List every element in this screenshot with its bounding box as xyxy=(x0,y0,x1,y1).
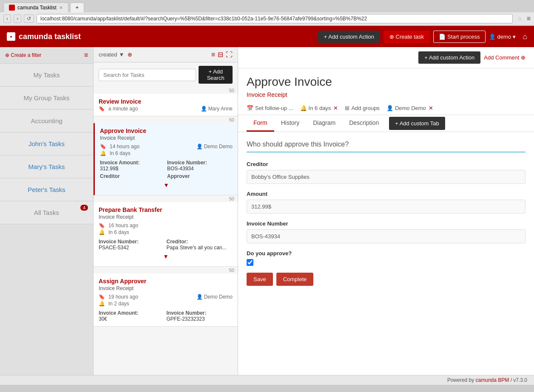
new-tab-label: + xyxy=(76,5,79,11)
task-time-bank: 16 hours ago xyxy=(108,223,138,228)
task-assignee-review-invoice: 👤 Mary Anne xyxy=(201,106,233,112)
tab-description[interactable]: Description xyxy=(342,115,386,132)
sidebar: ⊕ Create a filter ≡ My Tasks My Group Ta… xyxy=(0,47,94,375)
sidebar-item-accounting[interactable]: Accounting xyxy=(0,110,93,133)
bookmark-icon: 🔖 xyxy=(99,106,105,112)
address-bar[interactable] xyxy=(37,14,513,23)
sort-button[interactable]: created ▼ ⊕ xyxy=(99,51,132,58)
task-sub-bank-transfer: Invoice Receipt xyxy=(99,214,233,220)
form-actions: Save Complete xyxy=(247,273,525,286)
sort-add-icon[interactable]: ⊕ xyxy=(128,51,132,58)
grid-view-icon[interactable]: ⊟ xyxy=(218,51,223,59)
browser-chrome: camunda Tasklist ✕ + ‹ › ↺ ☆ ≡ xyxy=(0,0,534,26)
tab-bar: camunda Tasklist ✕ + xyxy=(0,0,534,12)
add-custom-action-detail-button[interactable]: + Add custom Action xyxy=(418,51,480,64)
browser-tab-new[interactable]: + xyxy=(70,3,84,12)
sidebar-item-all-tasks[interactable]: 4 All Tasks xyxy=(0,201,93,224)
user-menu[interactable]: 👤 demo ▾ xyxy=(489,34,516,40)
create-filter-button[interactable]: ⊕ Create a filter xyxy=(5,52,81,58)
add-custom-tab-button[interactable]: + Add custom Tab xyxy=(389,117,445,130)
follow-up-button[interactable]: 📅 Set follow-up ... xyxy=(247,105,293,111)
task-meta-approve-invoice: 🔖 14 hours ago 👤 Demo Demo xyxy=(100,144,233,149)
sidebar-item-peters-tasks[interactable]: Peter's Tasks xyxy=(0,178,93,201)
bookmark-icon-2: 🔖 xyxy=(100,144,106,149)
list-item[interactable]: Assign Approver Invoice Receipt 🔖 19 hou… xyxy=(94,274,238,327)
main-area: ⊕ Create a filter ≡ My Tasks My Group Ta… xyxy=(0,47,534,375)
task-bell-approve: 🔔 In 6 days xyxy=(100,150,233,156)
sidebar-item-marys-tasks[interactable]: Mary's Tasks xyxy=(0,155,93,178)
footer-link[interactable]: camunda BPM xyxy=(476,377,509,383)
sidebar-item-my-group-tasks[interactable]: My Group Tasks xyxy=(0,87,93,110)
home-button[interactable]: ⌂ xyxy=(523,32,527,41)
amount-input[interactable] xyxy=(247,200,525,214)
task-bell-bank: 🔔 In 6 days xyxy=(99,229,233,235)
invoice-number-input[interactable] xyxy=(247,229,525,243)
sidebar-menu-icon[interactable]: ≡ xyxy=(84,51,88,59)
complete-button[interactable]: Complete xyxy=(276,273,314,286)
add-groups-button[interactable]: ⊞ Add groups xyxy=(345,105,380,111)
task-time-review-invoice: a minute ago xyxy=(108,106,138,112)
list-item[interactable]: Prepare Bank Transfer Invoice Receipt 🔖 … xyxy=(94,202,238,267)
task-expand-approve[interactable]: ▾ xyxy=(100,179,233,191)
remove-assignee-icon[interactable]: ✕ xyxy=(429,105,433,111)
task-fields-approve: Invoice Amount: 312.99$ Invoice Number: … xyxy=(100,160,233,179)
tab-diagram[interactable]: Diagram xyxy=(306,115,342,132)
form-question: Who should approve this Invoice? xyxy=(247,141,525,152)
sort-label-text: created xyxy=(99,51,117,58)
due-date-item[interactable]: 🔔 In 6 days ✕ xyxy=(300,105,338,111)
save-button[interactable]: Save xyxy=(247,273,273,286)
star-icon[interactable]: ☆ xyxy=(517,15,523,22)
search-row: + Add Search xyxy=(99,66,233,84)
search-input[interactable] xyxy=(99,69,196,81)
user-dropdown-icon: ▾ xyxy=(513,34,516,40)
task-meta-assign: 🔖 19 hours ago 👤 Demo Demo xyxy=(99,294,233,300)
tasklist-scroll: 50 Review Invoice 🔖 a minute ago 👤 Mary … xyxy=(94,87,238,375)
add-comment-button[interactable]: Add Comment ⊕ xyxy=(484,54,525,61)
tab-close-icon[interactable]: ✕ xyxy=(59,5,63,11)
app-title: camunda tasklist xyxy=(19,32,81,41)
browser-menu-icon[interactable]: ≡ xyxy=(527,15,531,23)
task-count-1: 50 xyxy=(94,87,238,94)
tab-favicon xyxy=(9,5,15,11)
detail-process-name: Invoice Receipt xyxy=(247,91,525,98)
detail-header-actions: + Add custom Action Add Comment ⊕ xyxy=(418,51,525,64)
assign-field-invoiceno: Invoice Number: GPFE-23232323 xyxy=(167,310,233,322)
sidebar-header: ⊕ Create a filter ≡ xyxy=(0,47,93,64)
detail-form: Who should approve this Invoice? Credito… xyxy=(238,132,534,375)
expand-icon[interactable]: ⛶ xyxy=(226,51,233,59)
detail-task-title: Approve Invoice xyxy=(247,75,525,89)
footer-text: Powered by xyxy=(447,377,476,383)
assignee-item[interactable]: 👤 Demo Demo ✕ xyxy=(386,105,433,111)
start-process-button[interactable]: 📄 Start process xyxy=(433,31,486,43)
add-custom-action-top-button[interactable]: + Add custom Action xyxy=(318,31,380,43)
list-item[interactable]: Review Invoice 🔖 a minute ago 👤 Mary Ann… xyxy=(94,94,238,116)
invoice-number-label: Invoice Number xyxy=(247,220,525,227)
tab-history[interactable]: History xyxy=(274,115,307,132)
logo-icon xyxy=(7,32,15,41)
add-search-button[interactable]: + Add Search xyxy=(199,66,233,84)
task-assignee-approve: 👤 Demo Demo xyxy=(196,144,233,149)
browser-tab-active[interactable]: camunda Tasklist ✕ xyxy=(3,3,68,12)
form-group-creditor: Creditor xyxy=(247,161,525,184)
create-task-button[interactable]: ⊕ Create task xyxy=(383,31,430,43)
task-count-4: 50 xyxy=(94,267,238,274)
tab-form[interactable]: Form xyxy=(247,115,274,132)
task-time-assign: 19 hours ago xyxy=(108,294,138,300)
back-button[interactable]: ‹ xyxy=(3,14,11,23)
approve-checkbox[interactable] xyxy=(247,259,253,266)
sidebar-item-my-tasks[interactable]: My Tasks xyxy=(0,64,93,87)
task-title-bank-transfer: Prepare Bank Transfer xyxy=(99,206,233,213)
tasklist-header: created ▼ ⊕ ≡ ⊟ ⛶ xyxy=(94,47,238,62)
task-expand-bank[interactable]: ▾ xyxy=(99,251,233,262)
remove-due-date-icon[interactable]: ✕ xyxy=(333,105,338,111)
list-item[interactable]: Approve Invoice Invoice Receipt 🔖 14 hou… xyxy=(94,123,238,195)
sidebar-item-johns-tasks[interactable]: John's Tasks xyxy=(0,133,93,155)
creditor-input[interactable] xyxy=(247,170,525,184)
header-icons: ≡ ⊟ ⛶ xyxy=(211,51,233,59)
refresh-button[interactable]: ↺ xyxy=(24,14,34,23)
sidebar-item-label-all-tasks: All Tasks xyxy=(34,209,59,216)
list-view-icon[interactable]: ≡ xyxy=(211,51,215,59)
form-group-approve: Do you approve? xyxy=(247,250,525,266)
forward-button[interactable]: › xyxy=(14,14,21,23)
field-label-creditor: Creditor xyxy=(100,173,165,179)
